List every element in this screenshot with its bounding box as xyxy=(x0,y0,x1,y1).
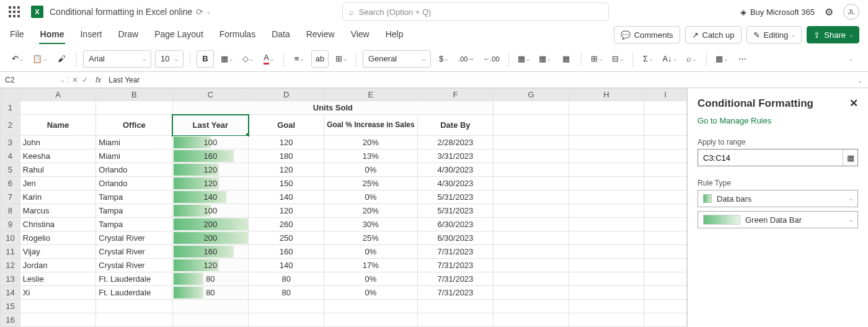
cell-last-year[interactable]: 120 xyxy=(172,259,249,272)
cell-goal[interactable]: 120 xyxy=(249,136,324,150)
cell-pct[interactable]: 20% xyxy=(324,136,417,150)
row-header-9[interactable]: 9 xyxy=(1,218,20,231)
cancel-formula-icon[interactable]: ✕ xyxy=(72,76,78,84)
cell-name[interactable]: Karin xyxy=(20,190,96,204)
confirm-formula-icon[interactable]: ✓ xyxy=(82,76,88,84)
row-header-12[interactable]: 12 xyxy=(1,259,20,272)
col-header-B[interactable]: B xyxy=(96,89,172,101)
cell-office[interactable]: Ft. Lauderdale xyxy=(96,286,172,300)
cell-last-year[interactable]: 120 xyxy=(172,177,249,190)
share-button[interactable]: ⇪Share⌵ xyxy=(807,26,859,43)
cell-pct[interactable]: 13% xyxy=(324,150,417,163)
cell-goal[interactable]: 80 xyxy=(249,286,324,300)
row-header-5[interactable]: 5 xyxy=(1,163,20,177)
currency-button[interactable]: $⌵ xyxy=(435,50,452,68)
autosum-button[interactable]: Σ⌵ xyxy=(639,50,657,68)
font-size-select[interactable]: 10⌵ xyxy=(155,50,184,68)
tab-insert[interactable]: Insert xyxy=(79,25,103,44)
cell-office[interactable]: Crystal River xyxy=(96,259,172,272)
addins-button[interactable]: ▦⌵ xyxy=(713,50,730,68)
tab-page-layout[interactable]: Page Layout xyxy=(153,25,205,44)
row-header-4[interactable]: 4 xyxy=(1,150,20,163)
format-painter-button[interactable]: 🖌 xyxy=(53,50,70,68)
cell-pct[interactable]: 25% xyxy=(324,177,417,190)
insert-cells-button[interactable]: ⊞⌵ xyxy=(588,50,605,68)
cell-office[interactable]: Miami xyxy=(96,136,172,150)
cell-office[interactable]: Tampa xyxy=(96,204,172,218)
title-dropdown-icon[interactable]: ⌵ xyxy=(207,9,210,15)
header-goal-pct[interactable]: Goal % Increase in Sales xyxy=(324,115,417,136)
cell-goal[interactable]: 180 xyxy=(249,150,324,163)
cell-pct[interactable]: 0% xyxy=(324,245,417,259)
conditional-formatting-button[interactable]: ▦⌵ xyxy=(515,50,533,68)
tab-home[interactable]: Home xyxy=(39,25,66,44)
cell-last-year[interactable]: 200 xyxy=(172,231,249,245)
cell-office[interactable]: Orlando xyxy=(96,177,172,190)
cell-goal[interactable]: 150 xyxy=(249,177,324,190)
cell-styles-button[interactable]: ▦ xyxy=(557,50,575,68)
name-box[interactable]: C2⌵ xyxy=(0,76,68,84)
font-name-select[interactable]: Arial⌵ xyxy=(83,50,151,68)
cell-goal[interactable]: 250 xyxy=(249,231,324,245)
tab-draw[interactable]: Draw xyxy=(117,25,140,44)
close-pane-icon[interactable]: ✕ xyxy=(849,97,858,110)
cell-last-year[interactable]: 160 xyxy=(172,150,249,163)
font-color-button[interactable]: A⌵ xyxy=(260,50,277,68)
document-title[interactable]: Conditional formatting in Excel online xyxy=(50,7,192,17)
increase-decimal-button[interactable]: ←.00 xyxy=(480,50,502,68)
cell-goal[interactable]: 140 xyxy=(249,190,324,204)
row-header-16[interactable]: 16 xyxy=(1,313,20,327)
clipboard-button[interactable]: 📋⌵ xyxy=(30,50,49,68)
col-header-D[interactable]: D xyxy=(249,89,324,101)
cell-name[interactable]: Marcus xyxy=(20,204,96,218)
col-header-E[interactable]: E xyxy=(324,89,417,101)
cell-date[interactable]: 6/30/2023 xyxy=(417,231,494,245)
header-office[interactable]: Office xyxy=(96,115,172,136)
row-header-10[interactable]: 10 xyxy=(1,231,20,245)
row-header-14[interactable]: 14 xyxy=(1,286,20,300)
cell-date[interactable]: 4/30/2023 xyxy=(417,177,494,190)
cell-last-year[interactable]: 100 xyxy=(172,204,249,218)
cell-goal[interactable]: 120 xyxy=(249,163,324,177)
fx-icon[interactable]: fx xyxy=(92,76,105,84)
bold-button[interactable]: B xyxy=(197,50,214,68)
cell-pct[interactable]: 0% xyxy=(324,272,417,286)
rule-preset-select[interactable]: Green Data Bar ⌵ xyxy=(698,211,858,228)
cell-date[interactable]: 5/31/2023 xyxy=(417,190,494,204)
header-goal[interactable]: Goal xyxy=(249,115,324,136)
row-header-15[interactable]: 15 xyxy=(1,300,20,313)
cell-pct[interactable]: 20% xyxy=(324,204,417,218)
merge-button[interactable]: ⊞⌵ xyxy=(332,50,350,68)
col-header-G[interactable]: G xyxy=(494,89,569,101)
cell-goal[interactable]: 260 xyxy=(249,218,324,231)
comments-button[interactable]: 💬Comments xyxy=(614,26,680,43)
apply-range-input[interactable] xyxy=(698,153,843,163)
cell-office[interactable]: Tampa xyxy=(96,190,172,204)
cell-date[interactable]: 7/31/2023 xyxy=(417,286,494,300)
row-header-13[interactable]: 13 xyxy=(1,272,20,286)
undo-button[interactable]: ↶⌵ xyxy=(9,50,26,68)
units-sold-header[interactable]: Units Sold xyxy=(172,101,494,115)
delete-cells-button[interactable]: ⊟⌵ xyxy=(609,50,626,68)
cell-name[interactable]: Rahul xyxy=(20,163,96,177)
col-header-C[interactable]: C xyxy=(172,89,249,101)
header-last-year[interactable]: Last Year xyxy=(172,115,249,136)
rule-type-select[interactable]: Data bars ⌵ xyxy=(698,190,858,207)
search-input[interactable]: ⌕ Search (Option + Q) xyxy=(342,2,609,21)
cell-last-year[interactable]: 100 xyxy=(172,136,249,150)
cell-name[interactable]: John xyxy=(20,136,96,150)
cell-last-year[interactable]: 80 xyxy=(172,286,249,300)
row-header-2[interactable]: 2 xyxy=(1,115,20,136)
cell-office[interactable]: Tampa xyxy=(96,218,172,231)
cell-office[interactable]: Crystal River xyxy=(96,245,172,259)
buy-microsoft-365-button[interactable]: ◈ Buy Microsoft 365 xyxy=(740,7,815,17)
cell-last-year[interactable]: 120 xyxy=(172,163,249,177)
col-header-F[interactable]: F xyxy=(417,89,494,101)
cell-pct[interactable]: 25% xyxy=(324,231,417,245)
cell-goal[interactable]: 120 xyxy=(249,204,324,218)
formula-bar-input[interactable]: Last Year xyxy=(105,76,140,84)
tab-formulas[interactable]: Formulas xyxy=(218,25,257,44)
number-format-select[interactable]: General⌵ xyxy=(363,50,431,68)
cell-office[interactable]: Miami xyxy=(96,150,172,163)
align-button[interactable]: ≡⌵ xyxy=(290,50,308,68)
